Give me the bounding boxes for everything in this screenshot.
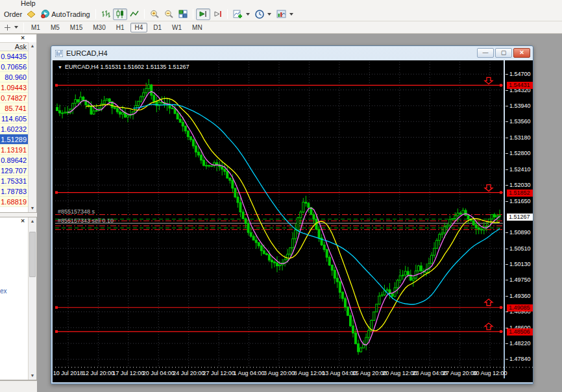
navigator-panel: ✕ ex ▲ ▼ xyxy=(0,217,37,380)
zoom-out-button[interactable] xyxy=(162,8,176,20)
market-watch-row[interactable]: 80.960 xyxy=(0,72,29,82)
time-axis[interactable]: 10 Jul 201812 Jul 20:0017 Jul 12:0020 Ju… xyxy=(55,367,533,380)
chart-window[interactable]: EURCAD,H4 — ▢ ✕ #855157348 s#855157343 s… xyxy=(51,45,533,384)
minimize-button[interactable]: — xyxy=(477,48,494,58)
market-watch-column-header[interactable]: Ask xyxy=(0,42,29,51)
price-axis-label: 1.54700 xyxy=(509,71,531,77)
chart-plot-area[interactable]: #855157348 s#855157343 sell 0.10 ▼ EURCA… xyxy=(55,62,503,367)
candlestick-chart-button[interactable] xyxy=(113,8,127,20)
market-watch-row[interactable]: 1.09443 xyxy=(0,82,29,93)
market-watch-row[interactable]: 1.68819 xyxy=(0,197,29,207)
zoom-in-button[interactable] xyxy=(147,8,162,20)
price-axis-label: 1.53180 xyxy=(509,134,531,141)
price-axis-label: 1.50130 xyxy=(509,261,531,267)
market-watch-row[interactable]: 0.70656 xyxy=(0,62,29,72)
timeframe-button-m15[interactable]: M15 xyxy=(66,23,87,32)
scroll-down-icon[interactable]: ▼ xyxy=(29,372,36,380)
scroll-up-icon[interactable]: ▲ xyxy=(29,217,36,225)
market-watch-panel: ✕ Ask 0.944350.7065680.9601.094430.74827… xyxy=(0,34,37,213)
periods-button[interactable] xyxy=(252,8,274,20)
price-axis[interactable]: 1.547001.543201.539401.535601.531801.528… xyxy=(506,62,533,367)
timeframe-button-m5[interactable]: M5 xyxy=(46,23,64,32)
chevron-down-icon xyxy=(289,13,293,16)
close-icon[interactable]: ✕ xyxy=(19,217,27,225)
chart-window-icon xyxy=(55,50,63,57)
timeframe-button-mn[interactable]: MN xyxy=(188,23,207,32)
candlestick-chart-icon xyxy=(116,10,125,18)
crosshair-tool-button[interactable] xyxy=(1,21,21,33)
market-watch-row[interactable]: 85.741 xyxy=(0,103,29,114)
svg-text:#855157343 sell 0.10: #855157343 sell 0.10 xyxy=(58,217,114,224)
chevron-down-icon xyxy=(246,13,250,16)
price-axis-label: 1.52410 xyxy=(509,166,531,173)
close-icon[interactable]: ✕ xyxy=(19,34,27,42)
navigator-scrollbar[interactable]: ▲ ▼ xyxy=(28,217,36,380)
indicators-icon xyxy=(233,10,243,19)
price-tag: 1.51267 xyxy=(507,214,533,221)
price-axis-label: 1.52800 xyxy=(509,150,531,156)
scrollbar-thumb[interactable] xyxy=(29,232,36,277)
autotrading-icon xyxy=(41,10,49,18)
timeframe-button-m1[interactable]: M1 xyxy=(27,23,45,32)
market-watch-rows: 0.944350.7065680.9601.094430.7482785.741… xyxy=(0,51,29,207)
scroll-down-icon[interactable]: ▼ xyxy=(29,204,36,212)
periods-icon xyxy=(255,10,264,19)
crosshair-icon xyxy=(4,24,11,31)
timeframe-button-m30[interactable]: M30 xyxy=(88,23,110,32)
auto-scroll-button[interactable] xyxy=(196,8,210,20)
separator xyxy=(23,23,24,32)
timeframe-button-d1[interactable]: D1 xyxy=(149,23,166,32)
scroll-up-icon[interactable]: ▲ xyxy=(29,42,36,50)
close-button[interactable]: ✕ xyxy=(513,48,530,58)
market-watch-row[interactable]: 1.13191 xyxy=(0,145,29,155)
price-tag: 1.54431 xyxy=(507,82,533,89)
new-order-button[interactable]: Order xyxy=(1,8,25,20)
timeframe-button-h1[interactable]: H1 xyxy=(112,23,129,32)
timeframe-button-h4[interactable]: H4 xyxy=(130,23,148,32)
chart-shift-button[interactable] xyxy=(210,8,225,20)
status-strip xyxy=(0,380,37,392)
chart-window-titlebar[interactable]: EURCAD,H4 — ▢ ✕ xyxy=(51,46,533,60)
market-watch-row[interactable]: 114.605 xyxy=(0,114,29,124)
indicators-button[interactable] xyxy=(230,8,252,20)
market-watch-row[interactable]: 1.78783 xyxy=(0,186,29,197)
price-axis-label: 1.50510 xyxy=(509,245,531,252)
candlestick-chart[interactable]: #855157348 s#855157343 sell 0.10 xyxy=(55,62,503,367)
price-tag: 1.51852 xyxy=(507,190,533,197)
market-watch-row[interactable]: 0.89642 xyxy=(0,155,29,165)
bars-chart-icon xyxy=(101,10,110,18)
auto-scroll-icon xyxy=(199,10,208,18)
tile-windows-button[interactable] xyxy=(176,8,190,20)
order-icon[interactable] xyxy=(25,8,38,20)
line-chart-button[interactable] xyxy=(127,8,141,20)
price-axis-label: 1.53560 xyxy=(509,118,531,125)
market-watch-row[interactable]: 1.75331 xyxy=(0,176,29,186)
market-watch-row[interactable]: 1.51289 xyxy=(0,134,29,145)
market-watch-scrollbar[interactable]: ▲ ▼ xyxy=(28,42,36,212)
market-watch-row[interactable]: 1.60232 xyxy=(0,124,29,134)
templates-icon xyxy=(276,10,286,18)
timeframe-button-w1[interactable]: W1 xyxy=(167,23,186,32)
market-watch-row[interactable]: 129.707 xyxy=(0,165,29,176)
bars-chart-button[interactable] xyxy=(99,8,113,20)
price-axis-label: 1.48220 xyxy=(509,340,531,347)
market-watch-row[interactable]: 0.74827 xyxy=(0,93,29,103)
chart-shift-icon xyxy=(213,10,222,18)
market-watch-row[interactable]: 0.94435 xyxy=(0,51,29,62)
restore-button[interactable]: ▢ xyxy=(495,48,512,58)
chevron-down-icon xyxy=(267,13,271,16)
separator xyxy=(95,9,96,19)
price-axis-label: 1.49360 xyxy=(509,293,531,299)
menu-help[interactable]: Help xyxy=(18,0,38,7)
time-axis-label: 30 Aug 12:00 xyxy=(470,370,510,376)
svg-text:#855157348 s: #855157348 s xyxy=(58,208,95,215)
templates-button[interactable] xyxy=(274,8,296,20)
chart-info-line[interactable]: ▼ EURCAD,H4 1.51531 1.51602 1.51135 1.51… xyxy=(58,64,189,70)
price-axis-label: 1.52030 xyxy=(509,182,531,188)
panel-link[interactable]: ex xyxy=(0,288,7,295)
chart-window-title: EURCAD,H4 xyxy=(66,49,108,57)
autotrading-button[interactable]: AutoTrading xyxy=(38,8,93,20)
line-chart-icon xyxy=(130,10,139,18)
price-axis-label: 1.53940 xyxy=(509,103,531,109)
separator xyxy=(227,9,228,19)
